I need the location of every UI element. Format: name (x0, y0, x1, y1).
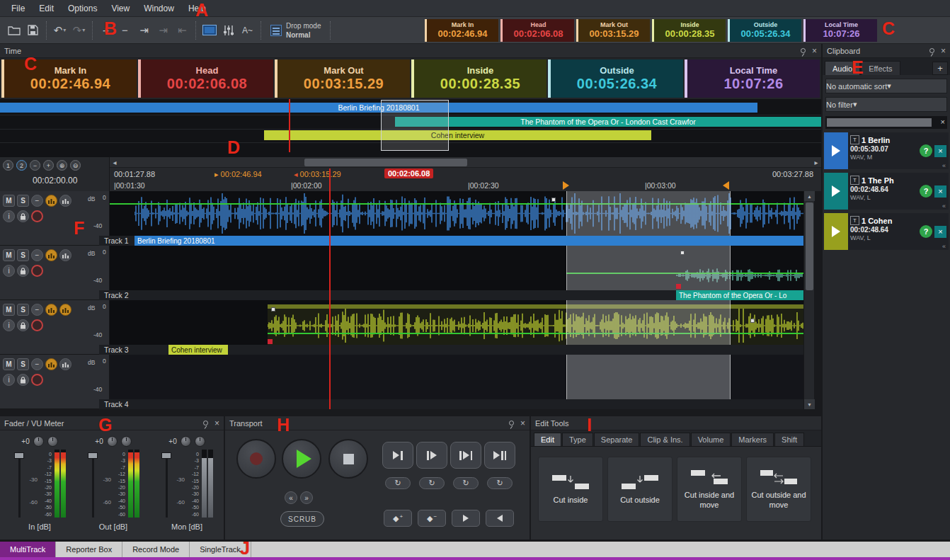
tab-markers[interactable]: Markers (731, 433, 774, 446)
remove-point-button[interactable]: − (115, 21, 135, 40)
fader-thumb[interactable] (14, 452, 24, 459)
meter-mode-button[interactable] (45, 358, 57, 370)
monitor-button[interactable] (200, 21, 219, 40)
help-icon[interactable]: ? (920, 185, 932, 198)
ruler-mark-in[interactable]: 00:02:46.94 (221, 170, 262, 178)
clipboard-item[interactable]: T1The Ph 00:02:48.64 WAV, L ? × « (824, 173, 949, 210)
clip-start-marker[interactable] (268, 339, 273, 344)
play-from-start-button[interactable] (416, 442, 447, 469)
automation-node[interactable] (551, 198, 556, 202)
mixer-button[interactable] (219, 21, 238, 40)
menu-options[interactable]: Options (61, 1, 104, 16)
mute-button[interactable]: M (3, 195, 15, 207)
scroll-down-icon[interactable]: ▼ (804, 399, 815, 409)
playhead[interactable] (329, 168, 331, 409)
stop-button[interactable] (328, 439, 368, 479)
time-selection[interactable] (566, 246, 731, 290)
lock-button[interactable] (17, 319, 29, 331)
zoom-preset-1-button[interactable]: 1 (3, 160, 13, 171)
pin-icon[interactable] (929, 48, 934, 53)
ruler-mark-out[interactable]: 00:03:15.29 (300, 170, 341, 178)
scrollbar-thumb[interactable] (304, 159, 467, 166)
redo-button[interactable]: ↷▾ (69, 21, 88, 40)
tab-volume[interactable]: Volume (691, 433, 731, 446)
lock-button[interactable] (17, 210, 29, 222)
record-arm-button[interactable] (31, 319, 43, 331)
help-icon[interactable]: ? (920, 144, 932, 157)
help-icon[interactable]: ? (920, 225, 932, 238)
pan-knob[interactable]: − (31, 195, 43, 207)
loop-button[interactable]: ↻ (453, 477, 479, 489)
clipboard-search-input[interactable]: × (825, 116, 947, 129)
info-button[interactable]: i (3, 210, 15, 222)
close-icon[interactable]: × (812, 47, 817, 55)
loop-button[interactable]: ↻ (385, 477, 411, 489)
remove-clip-button[interactable]: × (934, 145, 946, 157)
solo-button[interactable]: S (17, 304, 29, 316)
scroll-right-icon[interactable]: ▸ (811, 157, 821, 168)
automation-node[interactable] (750, 319, 755, 323)
menu-window[interactable]: Window (137, 1, 181, 16)
add-marker-button[interactable]: ◆+ (384, 510, 412, 527)
pan-knob[interactable]: − (31, 304, 43, 316)
zoom-in-button[interactable]: + (43, 160, 54, 171)
overview-clip-berlin[interactable]: Berlin Briefing 20180801 (0, 103, 757, 113)
punch-out-marker-icon[interactable] (723, 181, 729, 190)
rewind-button[interactable]: « (285, 491, 297, 504)
loop-button[interactable]: ↻ (487, 477, 513, 489)
workspace-tab-multitrack[interactable]: MultiTrack (0, 542, 56, 557)
clip-start-marker[interactable] (676, 284, 681, 289)
workspace-tab-reporter-box[interactable]: Reporter Box (56, 542, 122, 557)
meter-mode-button[interactable] (45, 195, 57, 207)
pin-icon[interactable] (509, 421, 514, 425)
play-pause-button[interactable] (484, 442, 515, 469)
close-icon[interactable]: × (941, 47, 946, 55)
sort-select[interactable]: No automatic sort▾ (825, 79, 947, 93)
overview-visible-area[interactable] (381, 100, 449, 151)
automation-node[interactable] (271, 307, 275, 312)
clipboard-item[interactable]: T1Cohen 00:02:48.64 WAV, L ? × « (824, 213, 949, 250)
fader-slider[interactable] (87, 450, 98, 519)
clip-title-bar[interactable]: Berlin Briefing 20180801 (135, 236, 803, 246)
undo-button[interactable]: ↶▾ (50, 21, 69, 40)
next-marker-button[interactable] (452, 510, 480, 527)
info-button[interactable]: i (3, 265, 15, 277)
play-clip-button[interactable] (824, 173, 848, 210)
ruler-head-position[interactable]: 00:02:06.08 (384, 168, 433, 178)
gain-knob[interactable] (47, 436, 58, 447)
automation-button[interactable]: A~ (238, 21, 257, 40)
cut-inside-move-button[interactable]: Cut inside and move (677, 457, 742, 522)
gain-knob[interactable] (107, 436, 118, 447)
record-arm-button[interactable] (31, 210, 43, 222)
meter-button[interactable] (59, 195, 71, 207)
menu-edit[interactable]: Edit (32, 1, 61, 16)
close-icon[interactable]: × (214, 419, 219, 428)
punch-in-marker-icon[interactable] (563, 181, 569, 190)
solo-button[interactable]: S (17, 358, 29, 370)
tab-edit[interactable]: Edit (534, 433, 561, 446)
gain-knob[interactable] (121, 436, 132, 447)
fader-thumb[interactable] (88, 452, 98, 459)
workspace-tab-record-mode[interactable]: Record Mode (122, 542, 190, 557)
collapse-icon[interactable]: « (942, 202, 946, 210)
info-button[interactable]: i (3, 319, 15, 331)
tab-separate[interactable]: Separate (594, 433, 640, 446)
clip-title-bar[interactable]: Cohen interview (168, 345, 228, 355)
cut-outside-button[interactable]: Cut outside (607, 457, 673, 522)
tab-effects[interactable]: Effects (861, 61, 900, 75)
time-selection[interactable] (566, 300, 731, 345)
meter-mode-button[interactable] (45, 249, 57, 261)
pan-knob[interactable]: − (31, 358, 43, 370)
filter-select[interactable]: No filter▾ (825, 97, 947, 112)
gain-knob[interactable] (181, 436, 191, 447)
clip-title-bar[interactable]: The Phantom of the Opera Or - Lo (676, 290, 803, 300)
time-selection[interactable] (566, 191, 731, 236)
info-button[interactable]: i (3, 374, 15, 386)
mute-button[interactable]: M (3, 304, 15, 316)
meter-button[interactable] (59, 358, 71, 370)
prev-marker-button[interactable] (486, 510, 514, 527)
set-range-button[interactable]: ⇥ (135, 21, 154, 40)
gain-knob[interactable] (33, 436, 44, 447)
fader-thumb[interactable] (161, 452, 171, 459)
scrollbar-thumb[interactable] (806, 202, 813, 290)
